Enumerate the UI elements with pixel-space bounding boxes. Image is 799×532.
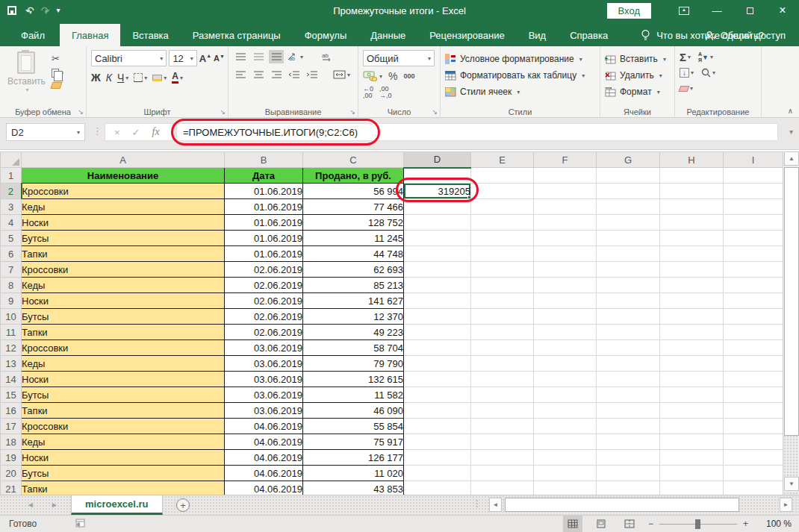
cell-G18[interactable]	[597, 434, 660, 450]
cell-H16[interactable]	[660, 403, 724, 419]
cell-E13[interactable]	[471, 356, 534, 372]
cell-B13[interactable]: 03.06.2019	[225, 356, 303, 372]
horizontal-scroll-thumb[interactable]	[505, 498, 739, 512]
cell-G16[interactable]	[597, 403, 660, 419]
column-header-C[interactable]: C	[303, 152, 404, 168]
cell-I3[interactable]	[724, 199, 783, 215]
share-button[interactable]: Общий доступ	[705, 30, 786, 41]
cell-E1[interactable]	[471, 168, 534, 184]
cell-F13[interactable]	[534, 356, 597, 372]
align-center-button[interactable]	[251, 68, 266, 81]
borders-button[interactable]: ▾	[134, 73, 147, 82]
cell-B12[interactable]: 03.06.2019	[225, 340, 303, 356]
cell-A20[interactable]: Бутсы	[22, 466, 225, 481]
cell-B1[interactable]: Дата	[225, 168, 303, 184]
cell-G9[interactable]	[597, 293, 660, 309]
cell-E12[interactable]	[471, 340, 534, 356]
cell-C9[interactable]: 141 627	[303, 293, 404, 309]
cell-E10[interactable]	[471, 309, 534, 325]
cell-E6[interactable]	[471, 246, 534, 262]
insert-cells-button[interactable]: Вставить▾	[605, 51, 671, 67]
font-size-select[interactable]: 12▾	[169, 50, 196, 66]
cell-C1[interactable]: Продано, в руб.	[303, 168, 404, 184]
cell-I20[interactable]	[724, 466, 783, 481]
accounting-format-button[interactable]: ▾	[363, 71, 382, 81]
cell-D5[interactable]	[404, 231, 471, 246]
cell-H9[interactable]	[660, 293, 724, 309]
cell-C5[interactable]: 11 245	[303, 231, 404, 246]
cell-B10[interactable]: 02.06.2019	[225, 309, 303, 325]
font-dialog-launcher[interactable]: ↘	[220, 108, 226, 116]
cell-I12[interactable]	[724, 340, 783, 356]
percent-style-button[interactable]: %	[388, 70, 397, 82]
row-header-15[interactable]: 15	[1, 387, 22, 403]
cell-D9[interactable]	[404, 293, 471, 309]
cell-C7[interactable]: 62 693	[303, 262, 404, 278]
cell-E14[interactable]	[471, 372, 534, 387]
bold-button[interactable]: Ж	[91, 72, 101, 84]
cell-B6[interactable]: 01.06.2019	[225, 246, 303, 262]
column-header-D[interactable]: D	[404, 152, 471, 168]
cell-H6[interactable]	[660, 246, 724, 262]
cell-B19[interactable]: 04.06.2019	[225, 450, 303, 466]
cell-D1[interactable]	[404, 168, 471, 184]
align-middle-button[interactable]	[251, 50, 266, 63]
decrease-indent-button[interactable]	[287, 68, 302, 81]
row-header-5[interactable]: 5	[1, 231, 22, 246]
new-sheet-button[interactable]: +	[176, 498, 190, 512]
cell-F20[interactable]	[534, 466, 597, 481]
cell-I9[interactable]	[724, 293, 783, 309]
cell-E16[interactable]	[471, 403, 534, 419]
cell-B17[interactable]: 04.06.2019	[225, 419, 303, 434]
ribbon-tab-4[interactable]: Формулы	[293, 24, 359, 46]
row-header-4[interactable]: 4	[1, 215, 22, 231]
cell-B18[interactable]: 04.06.2019	[225, 434, 303, 450]
cell-F16[interactable]	[534, 403, 597, 419]
cell-C11[interactable]: 49 223	[303, 325, 404, 340]
cell-B16[interactable]: 03.06.2019	[225, 403, 303, 419]
find-select-button[interactable]: ▾	[701, 68, 715, 78]
cell-I5[interactable]	[724, 231, 783, 246]
cell-D12[interactable]	[404, 340, 471, 356]
increase-indent-button[interactable]	[305, 68, 320, 81]
cell-G5[interactable]	[597, 231, 660, 246]
cell-E7[interactable]	[471, 262, 534, 278]
cell-I17[interactable]	[724, 419, 783, 434]
cell-I7[interactable]	[724, 262, 783, 278]
cell-D19[interactable]	[404, 450, 471, 466]
undo-button[interactable]: ↶▾	[25, 5, 32, 16]
cell-A13[interactable]: Кеды	[22, 356, 225, 372]
orientation-button[interactable]: ab▾	[287, 52, 303, 61]
cell-D2[interactable]: 319205	[404, 184, 471, 199]
tab-splitter-handle[interactable]: ⋮	[473, 498, 482, 509]
row-header-3[interactable]: 3	[1, 199, 22, 215]
vertical-scroll-thumb[interactable]	[784, 167, 799, 436]
row-header-1[interactable]: 1	[1, 168, 22, 184]
cell-D8[interactable]	[404, 278, 471, 293]
cell-F4[interactable]	[534, 215, 597, 231]
cell-I6[interactable]	[724, 246, 783, 262]
cell-H19[interactable]	[660, 450, 724, 466]
cell-I1[interactable]	[724, 168, 783, 184]
cell-D18[interactable]	[404, 434, 471, 450]
row-header-2[interactable]: 2	[1, 184, 22, 199]
collapse-ribbon-icon[interactable]: ∧	[788, 107, 793, 115]
select-all-corner[interactable]	[1, 152, 22, 168]
row-header-7[interactable]: 7	[1, 262, 22, 278]
cell-G8[interactable]	[597, 278, 660, 293]
cell-F10[interactable]	[534, 309, 597, 325]
cell-H2[interactable]	[660, 184, 724, 199]
ribbon-tab-3[interactable]: Разметка страницы	[181, 24, 293, 46]
cell-F18[interactable]	[534, 434, 597, 450]
cell-D4[interactable]	[404, 215, 471, 231]
cell-H20[interactable]	[660, 466, 724, 481]
paste-button[interactable]: Вставить ▾	[7, 51, 46, 104]
cell-B7[interactable]: 02.06.2019	[225, 262, 303, 278]
cell-F19[interactable]	[534, 450, 597, 466]
cell-B8[interactable]: 02.06.2019	[225, 278, 303, 293]
column-header-A[interactable]: A	[22, 152, 225, 168]
cell-A12[interactable]: Кроссовки	[22, 340, 225, 356]
next-sheet-icon[interactable]: ►	[51, 501, 58, 509]
cell-I11[interactable]	[724, 325, 783, 340]
cell-D20[interactable]	[404, 466, 471, 481]
